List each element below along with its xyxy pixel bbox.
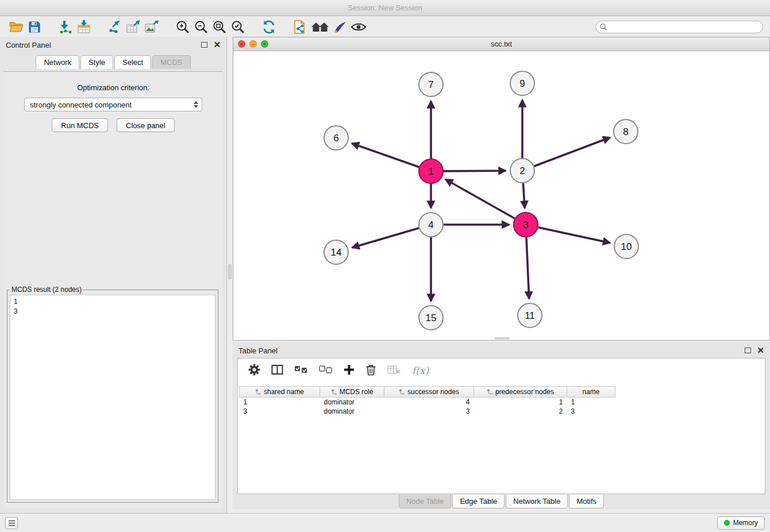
tab-style[interactable]: Style [80, 55, 113, 69]
table-row[interactable]: 1 dominator 4 1 1 [240, 398, 615, 407]
table-row[interactable]: 3 dominator 3 2 3 [240, 407, 615, 416]
column-header-mcds-role[interactable]: MCDS role [320, 387, 384, 398]
window-controls: × – + [238, 40, 268, 48]
window-titlebar: Session: New Session [0, 0, 770, 16]
import-table-icon[interactable] [75, 18, 93, 36]
criterion-dropdown[interactable]: strongly connected component [24, 98, 202, 111]
application-window: Session: New Session [0, 0, 770, 532]
zoom-in-icon[interactable] [174, 18, 192, 36]
tab-node-table[interactable]: Node Table [399, 495, 452, 508]
search-field-wrap [595, 21, 763, 33]
table-header-row: shared name MCDS role successor nodes pr… [240, 387, 615, 398]
graph-edge-3-10[interactable] [538, 228, 610, 243]
gear-icon[interactable] [248, 364, 260, 378]
tab-edge-table[interactable]: Edge Table [452, 495, 505, 508]
search-input[interactable] [595, 21, 763, 33]
graph-edge-2-3[interactable] [523, 183, 525, 208]
run-mcds-button[interactable]: Run MCDS [52, 118, 108, 132]
graph-edge-2-8[interactable] [534, 137, 610, 166]
close-panel-icon[interactable]: ✕ [213, 42, 221, 48]
graph-node-label: 4 [428, 219, 433, 230]
zoom-selected-icon[interactable] [229, 18, 247, 36]
add-row-icon[interactable] [344, 364, 355, 377]
optimization-criterion-label: Optimization criterion: [3, 83, 223, 92]
zoom-fit-icon[interactable] [210, 18, 229, 36]
export-table-icon[interactable] [124, 18, 143, 36]
tab-network-table[interactable]: Network Table [506, 495, 568, 508]
tab-mcds[interactable]: MCDS [152, 55, 190, 69]
control-panel-title: Control Panel [6, 41, 51, 49]
maximize-window-icon[interactable]: + [261, 40, 268, 48]
memory-label: Memory [733, 519, 758, 527]
graph-edge-1-2[interactable] [444, 171, 506, 171]
mcds-result-box: MCDS result (2 nodes) 1 3 [7, 286, 218, 503]
mcds-result-item: 3 [14, 307, 211, 317]
graph-edge-3-11[interactable] [526, 237, 529, 299]
graph-node-label: 9 [519, 78, 525, 89]
column-header-shared-name[interactable]: shared name [240, 387, 320, 398]
graph-edge-1-6[interactable] [352, 144, 419, 167]
mcds-result-item: 1 [14, 297, 211, 307]
float-table-panel-icon[interactable] [745, 348, 751, 353]
close-panel-button[interactable]: Close panel [117, 118, 175, 132]
main-toolbar [0, 16, 770, 37]
mcds-result-title: MCDS result (2 nodes) [10, 286, 83, 294]
control-panel: Control Panel ✕ Network Style Select MCD… [0, 37, 227, 513]
tab-motifs[interactable]: Motifs [569, 495, 604, 508]
network-canvas[interactable]: 7968124310141511 [233, 51, 769, 340]
refresh-icon[interactable] [260, 18, 278, 36]
tab-select[interactable]: Select [114, 55, 151, 69]
tab-network[interactable]: Network [36, 55, 79, 69]
deselect-all-icon[interactable] [319, 365, 333, 376]
memory-status-icon [724, 520, 730, 526]
open-folder-icon[interactable] [7, 18, 25, 36]
column-header-name[interactable]: name [567, 387, 615, 398]
panel-divider-grip[interactable] [228, 264, 232, 279]
network-window-title: scc.txt [233, 40, 769, 48]
delete-column-icon[interactable] [387, 365, 401, 377]
function-builder-icon[interactable]: f(x) [412, 365, 429, 376]
graph-node-label: 2 [519, 165, 525, 176]
dropdown-stepper-icon [194, 101, 198, 108]
save-icon[interactable] [25, 18, 44, 36]
show-columns-icon[interactable] [271, 364, 283, 377]
share-document-icon[interactable] [291, 18, 309, 36]
graph-node-label: 15 [426, 313, 437, 323]
mcds-result-list[interactable]: 1 3 [10, 295, 215, 500]
canvas-scroll-grip[interactable] [495, 337, 510, 340]
graph-node-label: 6 [333, 133, 338, 144]
table-panel: Table Panel ✕ [233, 342, 770, 509]
table-panel-header: Table Panel ✕ [233, 342, 770, 358]
table-panel-tabs: Node Table Edge Table Network Table Moti… [233, 495, 770, 508]
graph-node-label: 3 [523, 219, 528, 230]
control-panel-tabs: Network Style Select MCDS [0, 55, 226, 69]
zoom-out-icon[interactable] [192, 18, 210, 36]
close-window-icon[interactable]: × [238, 40, 245, 48]
mcds-tab-content: Optimization criterion: strongly connect… [3, 71, 223, 508]
table-panel-title: Table Panel [238, 346, 278, 355]
graph-node-label: 10 [621, 241, 632, 252]
eye-icon[interactable] [349, 18, 368, 36]
status-bar: Memory [0, 513, 770, 532]
network-view-window: scc.txt × – + 7968124310141511 [233, 37, 770, 341]
select-all-icon[interactable] [294, 365, 308, 376]
task-history-button[interactable] [5, 517, 18, 529]
table-toolbar: f(x) [238, 358, 765, 383]
home-icon[interactable] [309, 18, 331, 36]
minimize-window-icon[interactable]: – [249, 40, 257, 48]
trash-icon[interactable] [365, 364, 376, 378]
memory-button[interactable]: Memory [717, 516, 765, 530]
graph-node-label: 1 [428, 166, 433, 177]
window-title: Session: New Session [348, 3, 422, 12]
export-network-icon[interactable] [106, 18, 124, 36]
graph-edge-4-14[interactable] [352, 228, 419, 248]
graph-edge-3-1[interactable] [445, 179, 515, 218]
import-network-icon[interactable] [56, 18, 75, 36]
close-table-panel-icon[interactable]: ✕ [757, 348, 764, 353]
paint-icon[interactable] [331, 18, 349, 36]
graph-node-label: 8 [623, 126, 628, 137]
column-header-predecessor-nodes[interactable]: predecessor nodes [474, 387, 567, 398]
float-panel-icon[interactable] [201, 42, 207, 48]
column-header-successor-nodes[interactable]: successor nodes [384, 387, 474, 398]
export-image-icon[interactable] [143, 18, 161, 36]
